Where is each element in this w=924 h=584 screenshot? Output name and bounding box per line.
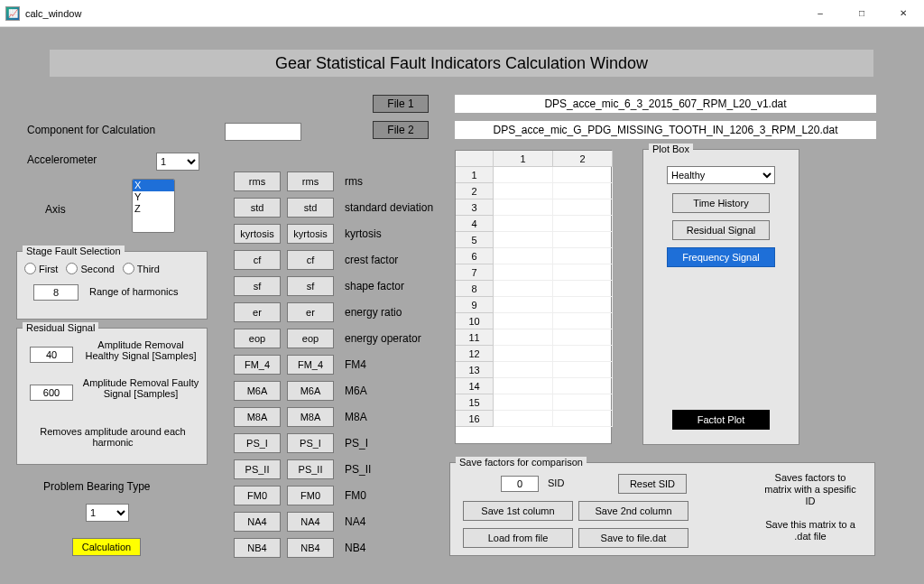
indicator-NA4-col1-button[interactable]: NA4 bbox=[234, 512, 281, 532]
sid-input[interactable] bbox=[501, 476, 539, 492]
indicator-M8A-col1-button[interactable]: M8A bbox=[234, 407, 281, 427]
indicator-label-rms: rms bbox=[345, 175, 363, 188]
indicator-PS_I-col2-button[interactable]: PS_I bbox=[287, 433, 334, 453]
indicator-M6A-col1-button[interactable]: M6A bbox=[234, 381, 281, 401]
titlebar: 📈 calc_window – □ ✕ bbox=[0, 0, 924, 27]
sid-label: SID bbox=[548, 477, 564, 488]
app-icon: 📈 bbox=[5, 6, 20, 21]
component-select[interactable]: Bearing bbox=[225, 123, 301, 141]
save-1st-col-button[interactable]: Save 1st column bbox=[463, 501, 573, 521]
results-row-10: 10 bbox=[456, 313, 494, 329]
reset-sid-button[interactable]: Reset SID bbox=[618, 474, 687, 494]
residual-title: Residual Signal bbox=[23, 322, 98, 333]
indicator-label-PS_I: PS_I bbox=[345, 437, 368, 450]
indicator-FM0-col2-button[interactable]: FM0 bbox=[287, 486, 334, 505]
plot-box-panel: Plot Box Healthy Time History Residual S… bbox=[642, 149, 799, 445]
harmonics-label: Range of harmonics bbox=[89, 286, 178, 297]
component-label: Component for Calculation bbox=[27, 124, 155, 136]
faulty-input[interactable] bbox=[30, 385, 73, 401]
indicator-FM_4-col2-button[interactable]: FM_4 bbox=[287, 355, 334, 375]
residual-note: Removes amplitude around each harmonic bbox=[35, 426, 190, 448]
indicator-std-col1-button[interactable]: std bbox=[234, 198, 281, 218]
indicator-cf-col1-button[interactable]: cf bbox=[234, 250, 281, 270]
healthy-input[interactable] bbox=[30, 347, 73, 363]
factor-plot-button[interactable]: Factot Plot bbox=[672, 410, 770, 430]
file1-field[interactable]: DPS_acce_mic_6_3_2015_607_RPM_L20_v1.dat bbox=[455, 95, 876, 113]
save-note-top: Saves factors to matrix with a spesific … bbox=[761, 472, 860, 507]
indicator-std-col2-button[interactable]: std bbox=[287, 198, 334, 218]
load-from-file-button[interactable]: Load from file bbox=[463, 528, 573, 548]
residual-panel: Residual Signal Amplitude Removal Health… bbox=[16, 328, 208, 465]
stage-fault-title: Stage Fault Selection bbox=[23, 246, 125, 256]
harmonics-input[interactable] bbox=[33, 284, 79, 301]
maximize-button[interactable]: □ bbox=[841, 0, 882, 27]
indicator-label-FM_4: FM4 bbox=[345, 358, 366, 371]
results-row-7: 7 bbox=[456, 264, 494, 281]
indicator-label-PS_II: PS_II bbox=[345, 463, 371, 476]
indicator-er-col1-button[interactable]: er bbox=[234, 302, 281, 322]
minimize-button[interactable]: – bbox=[799, 0, 841, 27]
radio-second[interactable]: Second bbox=[66, 263, 114, 274]
results-row-5: 5 bbox=[456, 232, 494, 248]
healthy-label: Amplitude Removal Healthy Signal [Sample… bbox=[82, 339, 199, 361]
indicator-rms-col2-button[interactable]: rms bbox=[287, 171, 334, 191]
accelerometer-select[interactable]: 1 bbox=[156, 153, 199, 171]
results-row-8: 8 bbox=[456, 281, 494, 297]
indicator-kyrtosis-col2-button[interactable]: kyrtosis bbox=[287, 224, 334, 244]
results-row-15: 15 bbox=[456, 394, 494, 411]
radio-first[interactable]: First bbox=[24, 263, 58, 274]
indicator-eop-col2-button[interactable]: eop bbox=[287, 329, 334, 348]
results-row-3: 3 bbox=[456, 199, 494, 216]
indicator-rms-col1-button[interactable]: rms bbox=[234, 171, 281, 191]
accelerometer-label: Accelerometer bbox=[27, 153, 97, 166]
save-2nd-col-button[interactable]: Save 2nd column bbox=[578, 501, 688, 521]
indicator-NB4-col2-button[interactable]: NB4 bbox=[287, 538, 334, 558]
indicator-M6A-col2-button[interactable]: M6A bbox=[287, 381, 334, 401]
residual-signal-button[interactable]: Residual Signal bbox=[672, 220, 770, 240]
indicator-NA4-col2-button[interactable]: NA4 bbox=[287, 512, 334, 532]
frequency-signal-button[interactable]: Frequency Signal bbox=[667, 247, 775, 267]
results-col-1: 1 bbox=[494, 151, 553, 167]
indicator-cf-col2-button[interactable]: cf bbox=[287, 250, 334, 270]
indicator-label-std: standard deviation bbox=[345, 201, 433, 214]
indicator-M8A-col2-button[interactable]: M8A bbox=[287, 407, 334, 427]
indicator-PS_I-col1-button[interactable]: PS_I bbox=[234, 433, 281, 453]
indicator-label-M6A: M6A bbox=[345, 385, 367, 397]
indicator-sf-col2-button[interactable]: sf bbox=[287, 276, 334, 296]
plot-box-title: Plot Box bbox=[649, 144, 693, 154]
indicator-sf-col1-button[interactable]: sf bbox=[234, 276, 281, 296]
save-factors-panel: Save factors for comparison SID Reset SI… bbox=[449, 462, 875, 556]
plot-health-select[interactable]: Healthy bbox=[667, 166, 775, 184]
stage-fault-panel: Stage Fault Selection First Second Third… bbox=[16, 251, 208, 320]
results-row-13: 13 bbox=[456, 362, 494, 378]
file2-field[interactable]: DPS_acce_mic_G_PDG_MISSING_TOOTH_IN_1206… bbox=[455, 121, 876, 139]
stage-radio-group: First Second Third bbox=[24, 263, 165, 276]
indicator-label-er: energy ratio bbox=[345, 306, 402, 319]
indicator-PS_II-col2-button[interactable]: PS_II bbox=[287, 459, 334, 479]
results-row-1: 1 bbox=[456, 167, 494, 183]
save-to-file-button[interactable]: Save to file.dat bbox=[578, 528, 688, 548]
faulty-label: Amplitude Removal Faulty Signal [Samples… bbox=[82, 377, 199, 399]
results-row-14: 14 bbox=[456, 378, 494, 394]
save-note-bottom: Save this matrix to a .dat file bbox=[761, 519, 860, 542]
indicator-FM_4-col1-button[interactable]: FM_4 bbox=[234, 355, 281, 375]
page-title-banner: Gear Statistical Fault Indicators Calcul… bbox=[50, 50, 873, 77]
time-history-button[interactable]: Time History bbox=[672, 193, 770, 213]
results-row-6: 6 bbox=[456, 248, 494, 264]
problem-bearing-label: Problem Bearing Type bbox=[43, 480, 151, 493]
calculation-button[interactable]: Calculation bbox=[72, 538, 141, 556]
indicator-er-col2-button[interactable]: er bbox=[287, 302, 334, 322]
axis-listbox[interactable]: X Y Z bbox=[132, 179, 175, 233]
client-area: Gear Statistical Fault Indicators Calcul… bbox=[0, 27, 924, 584]
problem-bearing-select[interactable]: 1 bbox=[86, 504, 129, 522]
close-button[interactable]: ✕ bbox=[882, 0, 924, 27]
radio-third[interactable]: Third bbox=[123, 263, 160, 274]
indicator-label-NA4: NA4 bbox=[345, 515, 365, 528]
window-title: calc_window bbox=[25, 8, 81, 19]
indicator-kyrtosis-col1-button[interactable]: kyrtosis bbox=[234, 224, 281, 244]
indicator-NB4-col1-button[interactable]: NB4 bbox=[234, 538, 281, 558]
indicator-FM0-col1-button[interactable]: FM0 bbox=[234, 486, 281, 505]
results-table[interactable]: 1 2 12345678910111213141516 bbox=[455, 150, 612, 444]
indicator-PS_II-col1-button[interactable]: PS_II bbox=[234, 459, 281, 479]
indicator-eop-col1-button[interactable]: eop bbox=[234, 329, 281, 348]
